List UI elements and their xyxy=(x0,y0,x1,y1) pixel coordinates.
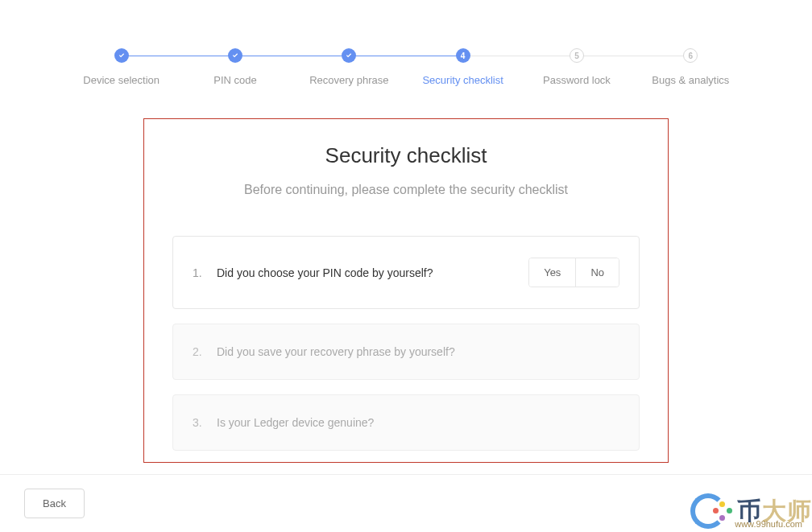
back-button[interactable]: Back xyxy=(24,489,85,518)
step-label: Device selection xyxy=(83,74,160,86)
check-icon xyxy=(342,48,356,63)
security-checklist-panel: Security checklist Before continuing, pl… xyxy=(143,118,669,463)
question-card-3: 3. Is your Ledger device genuine? xyxy=(172,394,640,451)
footer-bar: Back xyxy=(0,474,812,532)
question-text: Is your Ledger device genuine? xyxy=(217,416,619,429)
step-pin-code: PIN code xyxy=(178,48,292,86)
question-card-2: 2. Did you save your recovery phrase by … xyxy=(172,324,640,380)
step-label: Password lock xyxy=(543,74,611,86)
check-icon xyxy=(114,48,129,63)
step-device-selection: Device selection xyxy=(64,48,178,86)
step-bugs-analytics: 6 Bugs & analytics xyxy=(634,48,748,86)
step-security-checklist: 4 Security checklist xyxy=(406,48,520,86)
no-button[interactable]: No xyxy=(575,258,619,287)
step-number-icon: 4 xyxy=(456,48,470,63)
page-title: Security checklist xyxy=(144,143,668,168)
yes-button[interactable]: Yes xyxy=(529,258,575,287)
step-number-icon: 5 xyxy=(570,48,584,63)
question-number: 2. xyxy=(193,345,205,358)
question-text: Did you save your recovery phrase by you… xyxy=(217,345,619,358)
page-subtitle: Before continuing, please complete the s… xyxy=(144,183,668,197)
question-number: 3. xyxy=(193,416,205,429)
question-number: 1. xyxy=(193,266,205,279)
step-recovery-phrase: Recovery phrase xyxy=(292,48,406,86)
step-label: Recovery phrase xyxy=(309,74,388,86)
step-label: Security checklist xyxy=(422,74,503,86)
check-icon xyxy=(228,48,242,63)
yes-no-group: Yes No xyxy=(528,258,619,287)
step-label: PIN code xyxy=(213,74,256,86)
question-text: Did you choose your PIN code by yourself… xyxy=(217,266,528,279)
stepper: Device selection PIN code Recovery phras… xyxy=(0,0,812,86)
step-number-icon: 6 xyxy=(683,48,698,63)
step-password-lock: 5 Password lock xyxy=(520,48,633,86)
question-card-1: 1. Did you choose your PIN code by yours… xyxy=(172,236,640,309)
step-label: Bugs & analytics xyxy=(652,74,729,86)
